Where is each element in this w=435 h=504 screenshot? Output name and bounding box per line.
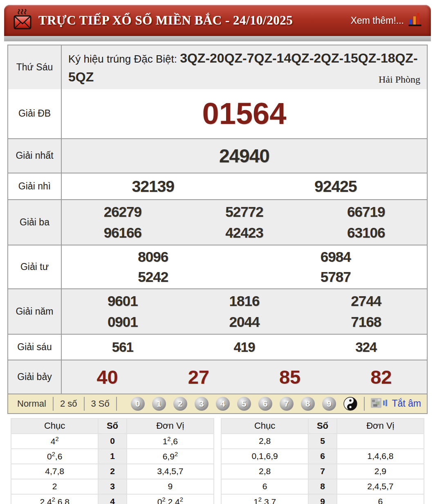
prize-row-nhi: Giải nhì3213992425	[8, 173, 427, 199]
summary-cell-so: 2	[98, 464, 126, 479]
hot-mail-icon	[13, 9, 32, 32]
summary-cell-chuc: 2	[11, 479, 98, 494]
prize-number: 32139	[132, 178, 174, 195]
prize-number: 7168	[351, 314, 381, 330]
summary-cell-chuc: 2,42,6,8	[11, 494, 98, 504]
summary-cell-chuc: 4,7,8	[11, 464, 98, 479]
special-sign-text: Ký hiệu trúng Đặc Biệt: 3QZ-20QZ-7QZ-14Q…	[68, 49, 420, 87]
prize-number: 2044	[229, 314, 260, 330]
mode-normal[interactable]: Normal	[14, 398, 53, 409]
digit-summary-table-right: Chục Số Đơn Vị 2,850,1,6,961,4,6,82,872,…	[221, 418, 424, 504]
prize-row-ba: Giải ba262795277266719961664242363106	[8, 199, 427, 245]
summary-cell-so: 6	[308, 449, 336, 464]
summary-cell-so: 8	[308, 479, 336, 494]
special-sign-cell: Ký hiệu trúng Đặc Biệt: 3QZ-20QZ-7QZ-14Q…	[62, 45, 427, 89]
summary-cell-chuc: 6	[221, 479, 308, 494]
summary-cell-chuc: 02,6	[11, 449, 98, 464]
mode-3-số[interactable]: 3 Số	[85, 398, 116, 409]
see-more-link[interactable]: Xem thêm!...	[351, 15, 404, 26]
yin-yang-icon[interactable]	[343, 397, 357, 411]
prize-number: 27	[188, 366, 209, 388]
summary-cell-chuc: 2,8	[221, 464, 308, 479]
ball-6[interactable]: 6	[258, 397, 272, 411]
summary-cell-donvi: 02,2,42	[127, 494, 214, 504]
prize-number: 419	[233, 340, 255, 355]
summary-cell-chuc: 42	[11, 434, 98, 449]
lottery-widget: TRỰC TIẾP XỔ SỐ MIỀN BẮC - 24/10/2025 Xe…	[4, 5, 431, 504]
summary-cell-so: 1	[98, 449, 126, 464]
bar-chart-icon[interactable]	[408, 11, 422, 29]
prize-label: Giải sáu	[8, 335, 62, 360]
prize-number: 9601	[108, 293, 138, 309]
prize-number: 63106	[347, 225, 385, 241]
prize-number: 40	[96, 366, 118, 388]
summary-row: 2,42,6,8402,2,42	[11, 494, 214, 504]
ball-3[interactable]: 3	[195, 397, 209, 411]
col-header-donvi: Đơn Vị	[127, 418, 214, 434]
summary-cell-donvi: 2,9	[337, 464, 424, 479]
prize-number: 5787	[321, 269, 351, 285]
digit-summary: Chục Số Đơn Vị 42012,602,616,924,7,823,4…	[7, 414, 428, 504]
summary-cell-so: 9	[308, 494, 336, 504]
summary-row: 2,85	[221, 434, 424, 449]
sign-label: Ký hiệu trúng Đặc Biệt:	[68, 53, 180, 65]
prize-number: 0901	[108, 314, 138, 330]
prize-number: 92425	[314, 178, 357, 195]
prize-numbers: 262795277266719961664242363106	[62, 200, 427, 245]
prize-number: 82	[370, 366, 392, 388]
col-header-chuc: Chục	[221, 418, 308, 434]
summary-cell-donvi: 2,4,5,7	[337, 479, 424, 494]
day-label: Thứ Sáu	[8, 45, 62, 89]
prize-numbers: 24940	[62, 139, 427, 173]
prize-numbers: 960118162744090120447168	[62, 289, 427, 334]
prize-row-bay: Giải bảy40278582	[8, 360, 427, 394]
prize-number: 42423	[225, 225, 263, 241]
summary-cell-donvi	[337, 434, 424, 449]
page-title: TRỰC TIẾP XỔ SỐ MIỀN BẮC - 24/10/2025	[38, 13, 293, 28]
province-label: Hải Phòng	[379, 74, 420, 85]
ball-7[interactable]: 7	[280, 397, 294, 411]
ball-8[interactable]: 8	[301, 397, 315, 411]
prize-number: 324	[355, 340, 377, 355]
mute-button[interactable]: Tắt âm	[370, 397, 421, 411]
prize-number: 5242	[138, 269, 168, 285]
draw-info-row: Thứ Sáu Ký hiệu trúng Đặc Biệt: 3QZ-20QZ…	[8, 45, 427, 89]
prize-row-tu: Giải tư8096698452425787	[8, 245, 427, 288]
summary-cell-so: 3	[98, 479, 126, 494]
summary-cell-chuc: 2,8	[221, 434, 308, 449]
prize-number: 24940	[219, 145, 269, 166]
summary-cell-chuc: 12,3,7	[221, 494, 308, 504]
prize-label: Giải năm	[8, 289, 62, 334]
prize-number: 66719	[347, 204, 385, 220]
speaker-icon	[370, 397, 388, 411]
summary-row: 2,872,9	[221, 464, 424, 479]
prize-numbers: 40278582	[62, 360, 427, 394]
summary-cell-donvi: 3,4,5,7	[127, 464, 214, 479]
summary-row: 4,7,823,4,5,7	[11, 464, 214, 479]
summary-cell-donvi: 12,6	[127, 434, 214, 449]
ball-0[interactable]: 0	[131, 397, 145, 411]
prize-label: Giải tư	[8, 245, 62, 288]
prize-number: 6984	[321, 249, 351, 265]
mute-label: Tắt âm	[392, 398, 421, 409]
prize-row-db: Giải ĐB01564	[8, 89, 427, 138]
ball-9[interactable]: 9	[322, 397, 336, 411]
mode-2-số[interactable]: 2 số	[54, 398, 84, 409]
summary-cell-chuc: 0,1,6,9	[221, 449, 308, 464]
ball-1[interactable]: 1	[152, 397, 166, 411]
ball-5[interactable]: 5	[237, 397, 251, 411]
prize-numbers: 561419324	[62, 335, 427, 360]
ball-2[interactable]: 2	[173, 397, 187, 411]
prize-label: Giải nhì	[8, 173, 62, 199]
summary-cell-donvi: 6,92	[127, 449, 214, 464]
prize-numbers: 3213992425	[62, 173, 427, 199]
prize-number: 8096	[138, 249, 168, 265]
control-divider	[364, 397, 365, 411]
summary-row: 0,1,6,961,4,6,8	[221, 449, 424, 464]
summary-row: 12,3,796	[221, 494, 424, 504]
summary-row: 02,616,92	[11, 449, 214, 464]
ball-4[interactable]: 4	[216, 397, 230, 411]
col-header-so: Số	[98, 418, 126, 434]
prize-number: 52772	[225, 204, 263, 220]
prize-rows: Giải ĐB01564Giải nhất24940Giải nhì321399…	[8, 89, 427, 394]
